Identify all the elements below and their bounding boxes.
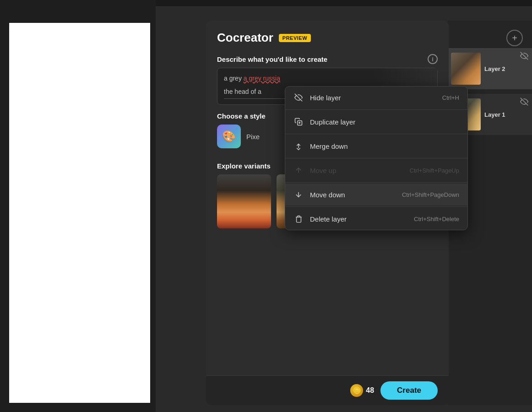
- create-button[interactable]: Create: [380, 381, 438, 400]
- canvas-white: [9, 23, 150, 403]
- menu-divider-5: [285, 206, 467, 207]
- menu-item-move-up: Move up Ctrl+Shift+PageUp: [285, 159, 467, 181]
- top-bar: [156, 0, 532, 7]
- menu-item-merge-label: Merge down: [310, 142, 459, 150]
- layer-name: Layer 2: [484, 65, 528, 72]
- layer-visibility-icon[interactable]: [520, 52, 528, 62]
- menu-item-delete-shortcut: Ctrl+Shift+Delete: [414, 216, 459, 222]
- prompt-text: a grey a grey russia: [224, 74, 431, 83]
- coin-icon: 🪙: [350, 384, 363, 397]
- move-up-icon: [293, 165, 304, 175]
- menu-item-delete-layer[interactable]: Delete layer Ctrl+Shift+Delete: [285, 208, 467, 230]
- menu-item-move-up-label: Move up: [310, 167, 410, 174]
- layer-item[interactable]: Layer 2: [447, 48, 532, 89]
- context-menu: Hide layer Ctrl+H Duplicate layer Merge …: [285, 86, 468, 230]
- menu-item-move-up-shortcut: Ctrl+Shift+PageUp: [410, 167, 459, 174]
- menu-divider-3: [285, 158, 467, 158]
- info-icon-button[interactable]: i: [428, 54, 438, 64]
- explore-label-text: Explore variants: [217, 162, 271, 170]
- hide-layer-icon: [293, 92, 304, 103]
- prompt-text-line2: the head of a: [224, 88, 261, 95]
- menu-item-hide-layer[interactable]: Hide layer Ctrl+H: [285, 87, 467, 108]
- app-title: Cocreator: [217, 31, 273, 45]
- menu-item-move-down-shortcut: Ctrl+Shift+PageDown: [402, 191, 459, 198]
- menu-divider-1: [285, 109, 467, 110]
- describe-section-label: Describe what you'd like to create i: [206, 45, 449, 68]
- layer-visibility-icon[interactable]: [520, 98, 528, 108]
- merge-down-icon: [293, 141, 304, 151]
- menu-item-delete-label: Delete layer: [310, 215, 414, 223]
- menu-item-duplicate-layer[interactable]: Duplicate layer: [285, 111, 467, 133]
- menu-item-merge-down[interactable]: Merge down: [285, 135, 467, 157]
- preview-badge: PREVIEW: [279, 34, 311, 42]
- menu-item-duplicate-label: Duplicate layer: [310, 118, 459, 126]
- menu-item-move-down-label: Move down: [310, 191, 402, 199]
- plus-icon: +: [512, 33, 517, 43]
- duplicate-layer-icon: [293, 117, 304, 127]
- menu-divider-2: [285, 134, 467, 134]
- menu-item-move-down[interactable]: Move down Ctrl+Shift+PageDown: [285, 184, 467, 206]
- prompt-text-misspell: a grey russia: [244, 75, 280, 82]
- coin-display: 🪙 48: [350, 384, 374, 397]
- style-thumbnail: 🎨: [217, 125, 241, 148]
- variant-image-1[interactable]: [217, 174, 271, 228]
- coin-amount: 48: [366, 386, 374, 395]
- panel-header: Cocreator PREVIEW: [206, 21, 449, 45]
- describe-label-text: Describe what you'd like to create: [217, 55, 327, 63]
- menu-item-hide-label: Hide layer: [310, 94, 442, 102]
- delete-layer-icon: [293, 214, 304, 224]
- add-layer-button[interactable]: +: [506, 30, 523, 46]
- move-down-icon: [293, 190, 304, 200]
- prompt-text-normal: a grey: [224, 75, 244, 82]
- layer-thumbnail: [451, 53, 481, 85]
- style-label-text: Choose a style: [217, 112, 266, 120]
- menu-item-hide-shortcut: Ctrl+H: [442, 94, 459, 101]
- layer-name: Layer 1: [484, 111, 528, 118]
- bottom-bar: 🪙 48 Create: [206, 375, 449, 405]
- menu-divider-4: [285, 182, 467, 183]
- style-name-label: Pixe: [246, 133, 260, 141]
- canvas-area: [0, 0, 156, 412]
